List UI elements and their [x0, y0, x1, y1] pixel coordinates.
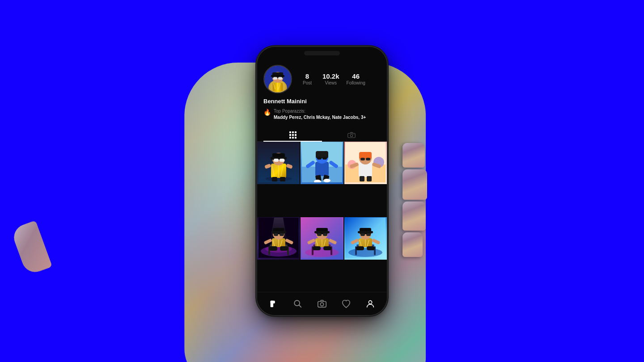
cell-3-content	[344, 142, 387, 184]
nav-search[interactable]	[290, 296, 306, 312]
svg-rect-78	[323, 246, 331, 250]
cell-6-content	[344, 217, 387, 260]
svg-rect-97	[358, 231, 373, 233]
svg-rect-82	[317, 233, 322, 236]
svg-rect-67	[280, 233, 284, 236]
phone-notch	[257, 47, 387, 59]
cell-1-content	[257, 142, 300, 184]
views-count: 10.2k	[322, 72, 339, 80]
grid-cell-1[interactable]	[257, 142, 300, 184]
cell-1-image	[258, 142, 299, 182]
finger-1	[402, 143, 425, 168]
paparazzis-label: Top Poparazzis:	[274, 109, 305, 114]
grid-tab-icon	[289, 131, 297, 139]
paparazzis-text: Top Poparazzis: Maddy Perez, Chris Mckay…	[274, 108, 366, 121]
svg-point-108	[320, 303, 323, 306]
svg-rect-65	[271, 231, 286, 233]
following-label: Following	[347, 80, 365, 86]
power-button	[387, 101, 388, 125]
grid-cell-5[interactable]	[301, 217, 343, 260]
svg-rect-48	[360, 158, 365, 160]
nav-profile[interactable]	[362, 296, 378, 312]
grid-cell-4[interactable]	[257, 217, 300, 260]
avatar-image	[264, 65, 291, 93]
photo-grid	[257, 142, 387, 292]
grid-cell-3[interactable]	[344, 142, 387, 184]
svg-rect-7	[271, 75, 284, 77]
nav-likes[interactable]	[338, 296, 354, 312]
svg-point-72	[305, 248, 339, 257]
svg-rect-66	[274, 233, 278, 236]
cell-4-content	[257, 217, 300, 260]
stat-views[interactable]: 10.2k Views	[322, 72, 339, 86]
grid-cell-6[interactable]	[344, 217, 387, 260]
svg-point-109	[369, 300, 372, 303]
tab-grid[interactable]	[263, 129, 322, 141]
posts-label: Post	[303, 80, 312, 86]
profile-section: 8 Post 10.2k Views 46 Following	[257, 59, 387, 129]
profile-top: 8 Post 10.2k Views 46 Following	[263, 65, 381, 93]
fingers-right	[402, 134, 438, 268]
search-icon	[293, 299, 303, 309]
svg-rect-11	[347, 133, 355, 138]
phone-wrapper: 8 Post 10.2k Views 46 Following	[257, 47, 387, 315]
posts-count: 8	[305, 72, 309, 80]
cell-2-image	[302, 142, 342, 182]
svg-rect-94	[367, 246, 375, 250]
svg-point-40	[323, 179, 330, 182]
fire-icon: 🔥	[263, 109, 271, 116]
profile-tabs	[257, 129, 387, 142]
notch-pill	[304, 51, 340, 55]
svg-rect-103	[271, 300, 275, 303]
views-label: Views	[325, 80, 337, 86]
heart-icon	[341, 299, 351, 309]
profile-icon	[365, 299, 375, 309]
svg-rect-61	[269, 246, 277, 251]
svg-rect-30	[315, 162, 329, 176]
paparazzis-names: Maddy Perez, Chris Mckay, Nate Jacobs, 3…	[274, 114, 366, 121]
tab-camera[interactable]	[322, 129, 381, 141]
nav-camera[interactable]	[314, 296, 330, 312]
svg-point-13	[353, 134, 354, 135]
svg-rect-20	[271, 157, 287, 160]
finger-2	[402, 169, 427, 200]
cell-4-image	[258, 218, 299, 258]
phone: 8 Post 10.2k Views 46 Following	[257, 47, 387, 315]
finger-3	[402, 202, 426, 231]
cell-3-image	[345, 142, 386, 182]
avatar[interactable]	[263, 65, 292, 93]
svg-point-88	[348, 248, 382, 257]
svg-rect-21	[274, 159, 279, 162]
camera-tab-icon	[347, 132, 356, 138]
svg-rect-49	[366, 158, 370, 160]
nav-home[interactable]	[266, 296, 282, 312]
svg-rect-52	[360, 176, 364, 181]
svg-rect-83	[323, 233, 327, 236]
finger-4	[402, 232, 423, 257]
svg-rect-81	[314, 231, 330, 233]
stat-posts[interactable]: 8 Post	[299, 72, 315, 86]
cell-5-image	[302, 218, 342, 258]
svg-rect-8	[273, 77, 277, 80]
svg-rect-93	[356, 246, 364, 250]
stats-row: 8 Post 10.2k Views 46 Following	[297, 72, 381, 86]
svg-rect-62	[280, 246, 288, 251]
camera-icon	[317, 299, 327, 309]
svg-rect-22	[280, 159, 284, 162]
svg-point-12	[350, 135, 352, 137]
cell-6-image	[345, 218, 386, 258]
svg-rect-53	[367, 176, 372, 181]
svg-rect-33	[317, 157, 322, 160]
svg-rect-45	[359, 163, 372, 177]
bottom-nav	[257, 292, 387, 315]
svg-line-106	[299, 305, 301, 307]
svg-rect-98	[360, 233, 365, 236]
phone-outer: 8 Post 10.2k Views 46 Following	[257, 47, 387, 315]
top-paparazzis: 🔥 Top Poparazzis: Maddy Perez, Chris Mck…	[263, 108, 381, 121]
phone-screen: 8 Post 10.2k Views 46 Following	[257, 59, 387, 315]
grid-cell-2[interactable]	[301, 142, 343, 184]
svg-rect-99	[366, 233, 371, 236]
svg-rect-34	[322, 157, 327, 160]
profile-name: Bennett Mainini	[263, 98, 381, 105]
stat-following[interactable]: 46 Following	[347, 72, 365, 86]
